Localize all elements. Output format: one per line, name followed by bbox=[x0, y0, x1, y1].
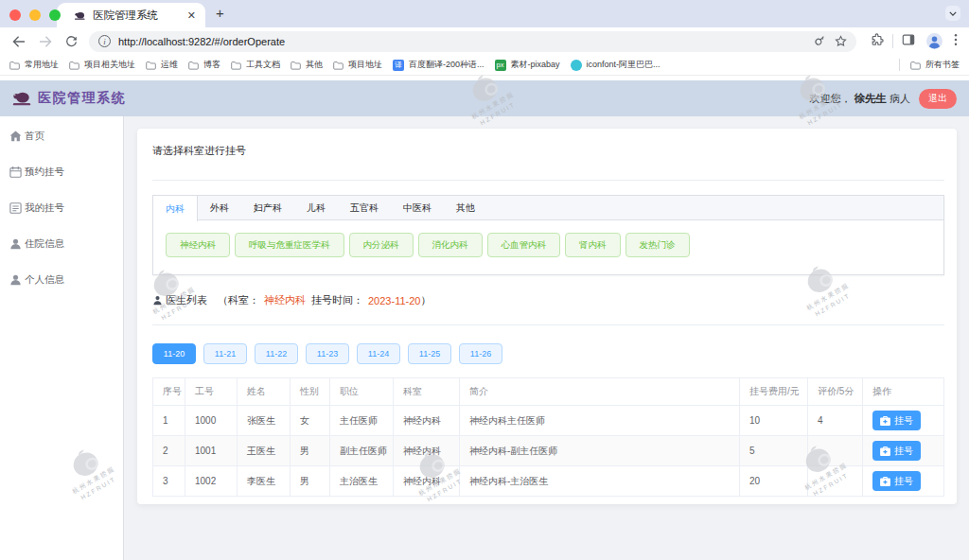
date-button-11-22[interactable]: 11-22 bbox=[255, 343, 298, 364]
cell-seq: 3 bbox=[153, 466, 185, 497]
dept-button-消化内科[interactable]: 消化内科 bbox=[418, 233, 483, 257]
bookmark-folder[interactable]: 项目相关地址 bbox=[69, 59, 135, 71]
column-header: 操作 bbox=[863, 378, 944, 406]
dept-button-内分泌科[interactable]: 内分泌科 bbox=[349, 233, 414, 257]
cell-dept: 神经内科 bbox=[394, 466, 460, 497]
date-button-11-24[interactable]: 11-24 bbox=[357, 343, 400, 364]
cell-dept: 神经内科 bbox=[394, 406, 460, 436]
back-icon[interactable] bbox=[12, 36, 26, 47]
dept-button-肾内科[interactable]: 肾内科 bbox=[565, 233, 621, 257]
tab-close-icon[interactable]: ✕ bbox=[187, 9, 196, 22]
dept-button-发热门诊[interactable]: 发热门诊 bbox=[625, 233, 690, 257]
bookmark-folder[interactable]: 运维 bbox=[146, 59, 178, 71]
column-header: 挂号费用/元 bbox=[740, 378, 808, 406]
dept-button-神经内科[interactable]: 神经内科 bbox=[166, 233, 230, 257]
bookmark-pixabay[interactable]: px素材-pixabay bbox=[495, 59, 560, 71]
sidebar-item-profile[interactable]: 个人信息 bbox=[0, 262, 123, 298]
cell-fee: 20 bbox=[740, 466, 808, 497]
selected-dept: 神经内科 bbox=[264, 293, 306, 307]
date-button-11-23[interactable]: 11-23 bbox=[306, 343, 349, 364]
dept-button-心血管内科[interactable]: 心血管内科 bbox=[487, 233, 561, 257]
reload-icon[interactable] bbox=[65, 35, 78, 47]
menu-dots-icon[interactable] bbox=[954, 33, 958, 50]
bookmark-folder[interactable]: 工具文档 bbox=[231, 59, 280, 71]
register-button[interactable]: 挂号 bbox=[872, 411, 921, 430]
bookmark-iconfont[interactable]: iconfont-阿里巴巴... bbox=[571, 59, 661, 71]
cell-position: 主治医生 bbox=[330, 466, 394, 497]
cell-action: 挂号 bbox=[863, 466, 944, 497]
date-button-11-25[interactable]: 11-25 bbox=[408, 343, 451, 364]
cell-seq: 2 bbox=[153, 436, 185, 466]
calendar-icon bbox=[9, 166, 23, 179]
address-bar[interactable]: i http://localhost:9282/#/orderOperate bbox=[89, 31, 856, 52]
tab-外科[interactable]: 外科 bbox=[198, 196, 241, 219]
all-bookmarks[interactable]: 所有书签 bbox=[910, 59, 960, 71]
tab-search-chevron-icon[interactable] bbox=[945, 6, 960, 21]
selected-date: 2023-11-20 bbox=[368, 295, 420, 306]
table-row: 21001王医生男副主任医师神经内科神经内科-副主任医师5挂号 bbox=[153, 436, 944, 466]
cell-fee: 10 bbox=[740, 406, 808, 436]
sidebar-item-hospitalization[interactable]: 住院信息 bbox=[0, 226, 123, 262]
bookmark-folder[interactable]: 常用地址 bbox=[9, 59, 59, 71]
app-logo-icon bbox=[12, 91, 31, 106]
side-panel-icon[interactable] bbox=[902, 33, 915, 50]
maximize-window-button[interactable] bbox=[49, 9, 61, 21]
folder-icon bbox=[291, 61, 301, 70]
cell-id: 1001 bbox=[185, 436, 238, 466]
app-title: 医院管理系统 bbox=[38, 90, 126, 107]
user-role: 病人 bbox=[890, 92, 910, 106]
tab-中医科[interactable]: 中医科 bbox=[391, 196, 444, 219]
table-row: 11000张医生女主任医师神经内科神经内科主任医师104挂号 bbox=[153, 406, 944, 436]
site-info-icon[interactable]: i bbox=[98, 35, 111, 47]
folder-icon bbox=[231, 61, 241, 70]
bookmark-star-icon[interactable] bbox=[835, 35, 847, 47]
cell-intro: 神经内科-副主任医师 bbox=[460, 436, 740, 466]
tab-儿科[interactable]: 儿科 bbox=[294, 196, 338, 219]
tab-title: 医院管理系统 bbox=[93, 9, 184, 23]
doctor-table: 序号工号姓名性别职位科室简介挂号费用/元评价/5分操作 11000张医生女主任医… bbox=[152, 377, 944, 497]
register-button[interactable]: 挂号 bbox=[872, 471, 921, 491]
column-header: 简介 bbox=[460, 378, 740, 406]
new-tab-button[interactable]: + bbox=[216, 5, 224, 21]
cell-position: 副主任医师 bbox=[330, 436, 394, 466]
logout-button[interactable]: 退出 bbox=[919, 89, 957, 109]
app-header: 医院管理系统 欢迎您，徐先生 病人 退出 bbox=[0, 80, 969, 116]
date-button-11-20[interactable]: 11-20 bbox=[152, 343, 196, 364]
register-button[interactable]: 挂号 bbox=[872, 441, 921, 461]
cell-id: 1002 bbox=[185, 466, 238, 497]
bookmark-folder[interactable]: 其他 bbox=[291, 59, 323, 71]
cell-rating bbox=[808, 466, 863, 497]
folder-icon bbox=[333, 61, 344, 70]
doctor-user-icon bbox=[152, 295, 163, 306]
sidebar-item-home[interactable]: 首页 bbox=[0, 118, 123, 154]
bookmark-folder[interactable]: 博客 bbox=[188, 59, 220, 71]
tab-内科[interactable]: 内科 bbox=[153, 196, 198, 221]
minimize-window-button[interactable] bbox=[29, 9, 41, 21]
date-button-11-26[interactable]: 11-26 bbox=[459, 343, 502, 364]
doctor-list-title: 医生列表 bbox=[166, 293, 207, 307]
window-controls[interactable] bbox=[9, 9, 61, 21]
dept-button-呼吸与危重症医学科[interactable]: 呼吸与危重症医学科 bbox=[235, 233, 344, 257]
date-button-11-21[interactable]: 11-21 bbox=[203, 343, 247, 364]
profile-avatar[interactable] bbox=[926, 33, 943, 49]
user-icon bbox=[9, 274, 23, 287]
cell-name: 李医生 bbox=[238, 466, 291, 497]
password-key-icon[interactable] bbox=[813, 35, 825, 47]
sidebar-item-my-registration[interactable]: 我的挂号 bbox=[0, 190, 123, 226]
browser-toolbar: i http://localhost:9282/#/orderOperate bbox=[0, 27, 969, 55]
sidebar-item-appointment[interactable]: 预约挂号 bbox=[0, 154, 123, 190]
tab-其他[interactable]: 其他 bbox=[444, 196, 487, 219]
tab-五官科[interactable]: 五官科 bbox=[338, 196, 391, 219]
user-icon bbox=[9, 238, 23, 251]
bookmark-folder[interactable]: 项目地址 bbox=[333, 59, 382, 71]
bookmark-baidu-translate[interactable]: 译百度翻译-200种语... bbox=[393, 59, 484, 71]
forward-icon[interactable] bbox=[39, 36, 52, 47]
page-title: 请选择科室进行挂号 bbox=[152, 144, 944, 158]
browser-tab[interactable]: 医院管理系统 ✕ bbox=[57, 3, 205, 27]
cell-rating: 4 bbox=[808, 406, 863, 436]
extensions-icon[interactable] bbox=[871, 33, 884, 50]
close-window-button[interactable] bbox=[9, 9, 21, 21]
tab-妇产科[interactable]: 妇产科 bbox=[241, 196, 294, 219]
cell-fee: 5 bbox=[740, 436, 808, 466]
cell-action: 挂号 bbox=[863, 406, 944, 436]
